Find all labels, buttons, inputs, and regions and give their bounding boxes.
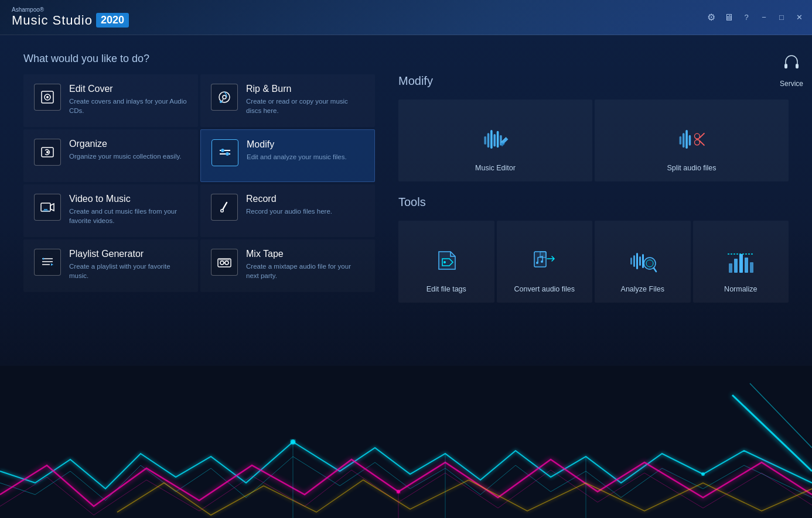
title-bar: Ashampoo® Music Studio 2020 ⚙ 🖥 ? − □ ✕ [0,0,812,35]
svg-point-21 [226,153,229,156]
svg-rect-56 [630,258,632,265]
tool-music-editor[interactable]: Music Editor [398,100,592,181]
window-controls: ⚙ 🖥 ? − □ ✕ [703,9,807,26]
main-heading: What would you like to do? [23,53,789,65]
tool-edit-file-tags[interactable]: Edit file tags [398,221,494,303]
svg-rect-40 [496,131,499,148]
svg-rect-64 [729,263,732,273]
main-grid: Edit Cover Create covers and inlays for … [23,74,789,303]
tools-section-title: Tools [398,195,789,209]
organize-title: Organize [69,139,187,149]
organize-icon [34,139,61,166]
edit-cover-title: Edit Cover [69,84,187,94]
modify-desc: Edit and analyze your music files. [247,152,364,162]
edit-cover-text: Edit Cover Create covers and inlays for … [69,84,187,115]
menu-item-record[interactable]: Record Record your audio files here. [200,184,375,237]
menu-item-modify[interactable]: Modify Edit and analyze your music files… [200,129,375,182]
tool-normalize[interactable]: Normalize [693,221,789,303]
svg-rect-59 [639,256,641,266]
tool-convert-audio[interactable]: Convert audio files [497,221,593,303]
right-section: Modify [398,74,789,303]
analyze-files-label: Analyze Files [621,285,664,293]
svg-rect-70 [784,64,787,68]
music-editor-icon [481,122,510,157]
svg-rect-39 [493,134,496,146]
tools-section: Tools [398,195,789,303]
modify-section-title: Modify [398,74,789,88]
app-logo-area: Ashampoo® Music Studio 2020 [0,7,129,28]
svg-point-15 [220,101,222,103]
svg-rect-45 [685,130,688,149]
svg-rect-46 [688,135,691,146]
edit-file-tags-icon [432,243,461,278]
brand-name: Ashampoo® [12,7,44,13]
svg-rect-66 [739,254,743,273]
svg-rect-38 [490,130,493,149]
record-desc: Record your audio files here. [246,207,364,216]
svg-line-63 [654,268,656,272]
left-section: Edit Cover Create covers and inlays for … [23,74,375,303]
svg-point-30 [43,258,45,260]
video-to-music-desc: Create and cut music files from your fav… [69,207,187,225]
organize-text: Organize Organize your music collection … [69,139,187,161]
svg-rect-43 [679,136,681,145]
mix-tape-desc: Create a mixtape audio file for your nex… [246,262,364,280]
mix-tape-icon [211,249,238,276]
service-button[interactable]: Service [771,35,812,105]
monitor-icon-btn[interactable]: 🖥 [721,9,737,26]
rip-burn-desc: Create or read or copy your music discs … [246,97,364,115]
modify-icon [211,139,238,166]
svg-rect-36 [484,136,486,145]
svg-rect-71 [796,64,799,68]
svg-point-20 [221,149,224,152]
record-icon [211,194,238,221]
svg-rect-37 [487,133,489,147]
svg-rect-44 [682,133,684,147]
app-year: 2020 [96,13,129,28]
minimize-button[interactable]: − [756,9,772,26]
svg-point-32 [220,261,224,265]
mix-tape-text: Mix Tape Create a mixtape audio file for… [246,249,364,280]
svg-rect-58 [636,253,638,269]
svg-point-26 [221,210,223,212]
playlist-desc: Create a playlist with your favorite mus… [69,262,187,280]
svg-point-33 [225,261,228,265]
svg-point-12 [46,96,49,98]
help-button[interactable]: ? [738,9,755,26]
split-audio-icon [677,122,707,157]
menu-item-mix-tape[interactable]: Mix Tape Create a mixtape audio file for… [200,239,375,292]
record-text: Record Record your audio files here. [246,194,364,216]
svg-rect-22 [41,203,50,211]
main-content: What would you like to do? [0,35,812,518]
menu-item-video-to-music[interactable]: Video to Music Create and cut music file… [23,184,198,237]
tool-analyze-files[interactable]: Analyze Files [595,221,691,303]
video-to-music-icon [34,194,61,221]
modify-text: Modify Edit and analyze your music files… [247,139,364,162]
service-label: Service [780,80,803,88]
svg-rect-57 [633,255,635,267]
svg-point-54 [536,262,538,264]
modify-section: Modify [398,74,789,181]
playlist-text: Playlist Generator Create a playlist wit… [69,249,187,280]
svg-rect-65 [734,259,738,273]
menu-item-playlist[interactable]: Playlist Generator Create a playlist wit… [23,239,198,292]
menu-item-rip-burn[interactable]: Rip & Burn Create or read or copy your m… [200,74,375,127]
svg-point-55 [541,260,543,263]
menu-item-organize[interactable]: Organize Organize your music collection … [23,129,198,182]
close-button[interactable]: ✕ [791,9,807,26]
tool-split-audio[interactable]: Split audio files [595,100,789,181]
convert-audio-label: Convert audio files [514,285,575,293]
app-logo: Ashampoo® Music Studio 2020 [12,7,129,28]
maximize-button[interactable]: □ [773,9,790,26]
menu-grid: Edit Cover Create covers and inlays for … [23,74,375,292]
svg-rect-67 [745,258,748,273]
svg-point-52 [443,261,446,263]
svg-rect-68 [750,262,753,273]
menu-item-edit-cover[interactable]: Edit Cover Create covers and inlays for … [23,74,198,127]
analyze-files-icon [628,243,657,278]
settings-icon-btn[interactable]: ⚙ [703,9,719,26]
edit-file-tags-label: Edit file tags [427,285,466,293]
record-title: Record [246,194,364,204]
playlist-title: Playlist Generator [69,249,187,259]
service-headphones-icon [782,53,801,76]
